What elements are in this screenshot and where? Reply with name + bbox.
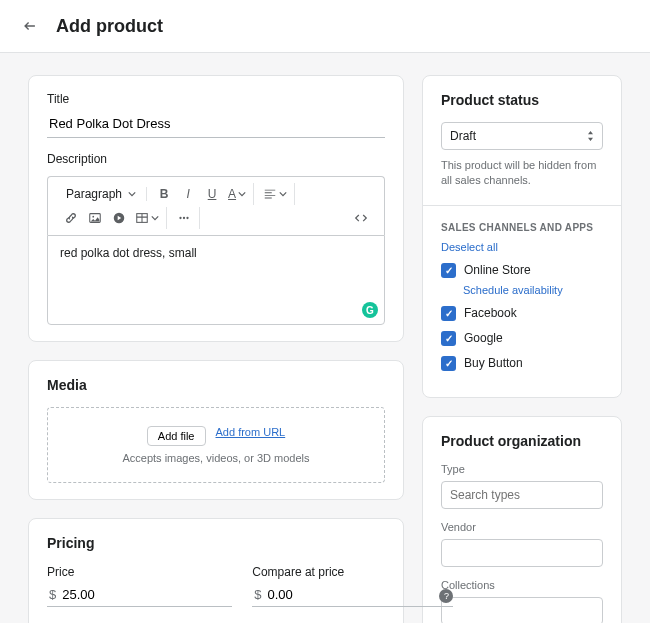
type-label: Type xyxy=(441,463,603,475)
collections-input[interactable] xyxy=(441,597,603,623)
code-icon xyxy=(354,211,368,225)
media-card: Media Add file Add from URL Accepts imag… xyxy=(28,360,404,500)
channel-label: Online Store xyxy=(464,263,531,277)
vendor-input[interactable] xyxy=(441,539,603,567)
align-icon xyxy=(263,187,277,201)
rte-video-button[interactable] xyxy=(108,207,130,229)
rte-format-select[interactable]: Paragraph xyxy=(60,187,142,201)
ellipsis-icon xyxy=(177,211,191,225)
title-input[interactable] xyxy=(47,110,385,138)
channel-facebook-checkbox[interactable] xyxy=(441,306,456,321)
chevron-down-icon xyxy=(128,190,136,198)
media-dropzone[interactable]: Add file Add from URL Accepts images, vi… xyxy=(47,407,385,483)
pricing-heading: Pricing xyxy=(47,535,385,551)
channels-heading: SALES CHANNELS AND APPS xyxy=(441,222,603,233)
status-card: Product status Draft This product will b… xyxy=(422,75,622,398)
rte-format-value: Paragraph xyxy=(66,187,122,201)
chevron-down-icon xyxy=(279,190,287,198)
price-input[interactable] xyxy=(62,587,230,602)
compare-label: Compare at price xyxy=(252,565,453,579)
description-editor[interactable]: red polka dot dress, small G xyxy=(47,235,385,325)
media-hint: Accepts images, videos, or 3D models xyxy=(66,452,366,464)
video-icon xyxy=(112,211,126,225)
add-from-url-link[interactable]: Add from URL xyxy=(216,426,286,446)
channel-label: Google xyxy=(464,331,503,345)
rte-more-button[interactable] xyxy=(173,207,195,229)
select-arrows-icon xyxy=(587,131,594,141)
rte-underline-button[interactable]: U xyxy=(201,183,223,205)
add-file-button[interactable]: Add file xyxy=(147,426,206,446)
grammarly-badge-icon: G xyxy=(362,302,378,318)
rte-align-button[interactable] xyxy=(260,183,290,205)
currency-symbol: $ xyxy=(49,587,56,602)
chevron-down-icon xyxy=(238,190,246,198)
rte-bold-button[interactable]: B xyxy=(153,183,175,205)
chevron-down-icon xyxy=(151,214,159,222)
status-select[interactable]: Draft xyxy=(441,122,603,150)
channel-label: Buy Button xyxy=(464,356,523,370)
collections-label: Collections xyxy=(441,579,603,591)
media-heading: Media xyxy=(47,377,385,393)
title-desc-card: Title Description Paragraph B I U A xyxy=(28,75,404,342)
description-label: Description xyxy=(47,152,385,166)
description-text: red polka dot dress, small xyxy=(60,246,197,260)
svg-point-6 xyxy=(186,217,188,219)
svg-point-5 xyxy=(183,217,185,219)
price-label: Price xyxy=(47,565,232,579)
page-title: Add product xyxy=(56,16,163,37)
status-note: This product will be hidden from all sal… xyxy=(441,158,603,189)
org-heading: Product organization xyxy=(441,433,603,449)
rte-color-button[interactable]: A xyxy=(225,183,249,205)
title-label: Title xyxy=(47,92,385,106)
status-value: Draft xyxy=(450,129,476,143)
back-button[interactable] xyxy=(16,12,44,40)
svg-point-4 xyxy=(179,217,181,219)
rte-italic-button[interactable]: I xyxy=(177,183,199,205)
rte-image-button[interactable] xyxy=(84,207,106,229)
rte-table-button[interactable] xyxy=(132,207,162,229)
arrow-left-icon xyxy=(23,19,37,33)
status-heading: Product status xyxy=(441,92,603,108)
compare-price-input[interactable] xyxy=(267,587,435,602)
channel-online-store-checkbox[interactable] xyxy=(441,263,456,278)
vendor-label: Vendor xyxy=(441,521,603,533)
table-icon xyxy=(135,211,149,225)
channel-google-checkbox[interactable] xyxy=(441,331,456,346)
pricing-card: Pricing Price $ Compare at price $ xyxy=(28,518,404,623)
rte-code-button[interactable] xyxy=(350,207,372,229)
channel-buy-button-checkbox[interactable] xyxy=(441,356,456,371)
link-icon xyxy=(64,211,78,225)
channel-label: Facebook xyxy=(464,306,517,320)
rte-link-button[interactable] xyxy=(60,207,82,229)
image-icon xyxy=(88,211,102,225)
currency-symbol: $ xyxy=(254,587,261,602)
deselect-all-link[interactable]: Deselect all xyxy=(441,241,603,253)
type-input[interactable] xyxy=(441,481,603,509)
svg-point-1 xyxy=(92,216,94,218)
rte-toolbar: Paragraph B I U A xyxy=(47,176,385,235)
schedule-availability-link[interactable]: Schedule availability xyxy=(463,284,603,296)
